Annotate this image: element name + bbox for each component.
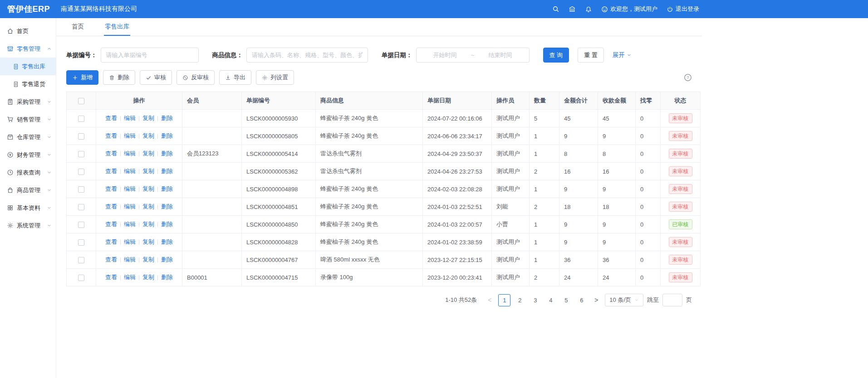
jump-page-input[interactable]: [662, 294, 682, 306]
select-all-checkbox[interactable]: [78, 98, 84, 104]
view-link[interactable]: 查看: [105, 115, 117, 121]
sidebar-subitem-retail-return[interactable]: 零售退货: [0, 75, 56, 93]
sidebar-subitem-retail-outbound[interactable]: 零售出库: [0, 58, 56, 75]
bell-icon[interactable]: [585, 5, 592, 13]
cell-status: 未审核: [661, 233, 701, 251]
prev-page-button[interactable]: <: [485, 296, 495, 304]
page-button-4[interactable]: 4: [544, 294, 557, 306]
delete-link[interactable]: 删除: [161, 132, 173, 139]
view-link[interactable]: 查看: [105, 185, 117, 192]
sidebar-item-product[interactable]: 商品管理: [0, 181, 56, 199]
view-link[interactable]: 查看: [105, 238, 117, 245]
logout-button[interactable]: 退出登录: [667, 5, 699, 13]
sidebar-item-report[interactable]: 报表查询: [0, 164, 56, 181]
row-checkbox[interactable]: [78, 239, 84, 246]
edit-link[interactable]: 编辑: [124, 274, 136, 281]
reset-button[interactable]: 重 置: [578, 48, 604, 63]
edit-link[interactable]: 编辑: [124, 256, 136, 263]
copy-link[interactable]: 复制: [142, 132, 154, 139]
edit-link[interactable]: 编辑: [124, 221, 136, 228]
delete-link[interactable]: 删除: [161, 256, 173, 263]
view-link[interactable]: 查看: [105, 256, 117, 263]
sidebar-item-home[interactable]: 首页: [0, 22, 56, 40]
sidebar-item-warehouse[interactable]: 仓库管理: [0, 128, 56, 146]
row-checkbox[interactable]: [78, 116, 84, 122]
row-checkbox[interactable]: [78, 204, 84, 210]
help-icon[interactable]: ?: [684, 73, 692, 82]
company-name: 南通某某网络科技有限公司: [56, 5, 137, 13]
welcome-user[interactable]: 欢迎您，测试用户: [601, 5, 657, 13]
tab-home[interactable]: 首页: [71, 18, 85, 36]
copy-link[interactable]: 复制: [142, 256, 154, 263]
sidebar-item-retail[interactable]: 零售管理: [0, 40, 56, 58]
column-header: 找零: [636, 92, 661, 110]
delete-link[interactable]: 删除: [161, 238, 173, 245]
view-link[interactable]: 查看: [105, 274, 117, 281]
delete-button[interactable]: 删除: [103, 70, 135, 85]
view-link[interactable]: 查看: [105, 168, 117, 174]
copy-link[interactable]: 复制: [142, 115, 154, 121]
export-button[interactable]: 导出: [219, 70, 251, 85]
view-link[interactable]: 查看: [105, 221, 117, 228]
copy-link[interactable]: 复制: [142, 221, 154, 228]
next-page-button[interactable]: >: [591, 296, 601, 304]
delete-link[interactable]: 删除: [161, 203, 173, 210]
sidebar-item-system[interactable]: 系统管理: [0, 217, 56, 234]
sidebar-item-sales[interactable]: 销售管理: [0, 111, 56, 128]
row-checkbox[interactable]: [78, 186, 84, 193]
delete-link[interactable]: 删除: [161, 150, 173, 157]
copy-link[interactable]: 复制: [142, 168, 154, 174]
edit-link[interactable]: 编辑: [124, 168, 136, 174]
bank-icon[interactable]: [569, 5, 576, 13]
audit-button[interactable]: 审核: [140, 70, 172, 85]
copy-link[interactable]: 复制: [142, 274, 154, 281]
doc-no-input[interactable]: [101, 48, 199, 63]
edit-link[interactable]: 编辑: [124, 115, 136, 121]
edit-link[interactable]: 编辑: [124, 132, 136, 139]
add-button[interactable]: 新增: [66, 70, 98, 85]
date-range-picker[interactable]: 开始时间 ~ 结束时间: [416, 48, 530, 63]
view-link[interactable]: 查看: [105, 203, 117, 210]
edit-link[interactable]: 编辑: [124, 150, 136, 157]
delete-link[interactable]: 删除: [161, 274, 173, 281]
edit-link[interactable]: 编辑: [124, 238, 136, 245]
delete-link[interactable]: 删除: [161, 115, 173, 121]
row-checkbox[interactable]: [78, 133, 84, 140]
view-link[interactable]: 查看: [105, 132, 117, 139]
sidebar-item-finance[interactable]: 财务管理: [0, 146, 56, 164]
copy-link[interactable]: 复制: [142, 203, 154, 210]
delete-link[interactable]: 删除: [161, 168, 173, 174]
search-icon[interactable]: [552, 5, 559, 13]
page-size-select[interactable]: 10 条/页: [605, 294, 643, 306]
row-checkbox[interactable]: [78, 275, 84, 281]
sidebar-item-basic[interactable]: 基本资料: [0, 199, 56, 217]
edit-link[interactable]: 编辑: [124, 203, 136, 210]
doc-icon: [13, 63, 19, 70]
row-checkbox[interactable]: [78, 257, 84, 263]
cell-operator: 刘能: [492, 198, 530, 216]
search-button[interactable]: 查 询: [543, 48, 569, 63]
page-button-3[interactable]: 3: [529, 294, 541, 306]
unaudit-button[interactable]: 反审核: [177, 70, 215, 85]
sidebar-item-purchase[interactable]: 采购管理: [0, 93, 56, 111]
copy-link[interactable]: 复制: [142, 150, 154, 157]
button-label: 列设置: [270, 73, 288, 82]
delete-link[interactable]: 删除: [161, 185, 173, 192]
page-button-1[interactable]: 1: [498, 294, 510, 306]
page-button-6[interactable]: 6: [575, 294, 588, 306]
columns-button[interactable]: 列设置: [256, 70, 294, 85]
edit-link[interactable]: 编辑: [124, 185, 136, 192]
row-checkbox[interactable]: [78, 169, 84, 175]
delete-link[interactable]: 删除: [161, 221, 173, 228]
row-checkbox[interactable]: [78, 222, 84, 228]
copy-link[interactable]: 复制: [142, 185, 154, 192]
page-button-5[interactable]: 5: [560, 294, 572, 306]
expand-link[interactable]: 展开: [613, 51, 632, 59]
tab-retail-outbound[interactable]: 零售出库: [104, 18, 130, 36]
copy-link[interactable]: 复制: [142, 238, 154, 245]
sidebar-item-label: 零售管理: [17, 45, 47, 53]
view-link[interactable]: 查看: [105, 150, 117, 157]
product-info-input[interactable]: [246, 48, 368, 63]
page-button-2[interactable]: 2: [514, 294, 526, 306]
row-checkbox[interactable]: [78, 151, 84, 157]
